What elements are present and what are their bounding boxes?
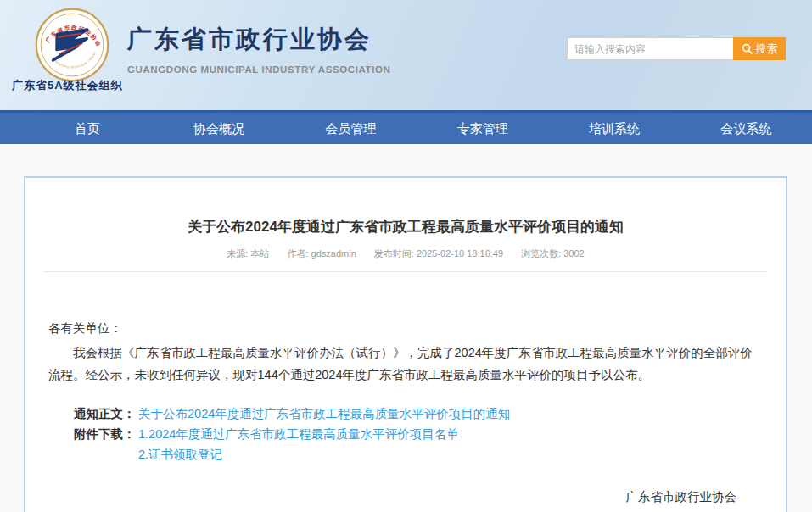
attachment-label: 附件下载： — [74, 424, 138, 444]
nav-item-member-management[interactable]: 会员管理 — [285, 113, 417, 144]
article-meta: 来源: 本站 作者: gdszadmin 发布时间: 2025-02-10 18… — [25, 248, 786, 260]
attachment-link-2[interactable]: 2.证书领取登记 — [138, 448, 222, 461]
links-block: 通知正文： 关于公布2024年度通过广东省市政工程最高质量水平评价项目的通知 附… — [74, 403, 763, 465]
site-header: 广东省市政行业协会 Guangdong Municipal Industry A… — [0, 0, 812, 110]
page-main: 关于公布2024年度通过广东省市政工程最高质量水平评价项目的通知 来源: 本站 … — [0, 144, 812, 512]
search-input[interactable] — [567, 37, 733, 60]
search-icon — [742, 43, 753, 54]
main-nav: 首页 协会概况 会员管理 专家管理 培训系统 会议系统 — [0, 113, 812, 144]
attachment-link-1[interactable]: 1.2024年度通过广东省市政工程最高质量水平评价项目名单 — [138, 424, 459, 444]
org-title: 广东省市政行业协会 — [127, 23, 390, 57]
notice-row: 通知正文： 关于公布2024年度通过广东省市政工程最高质量水平评价项目的通知 — [74, 403, 763, 424]
nav-item-conference-system[interactable]: 会议系统 — [680, 113, 812, 144]
nav-item-expert-management[interactable]: 专家管理 — [417, 113, 548, 144]
signature-block: 广东省市政行业协会 2025年2月8日 — [48, 489, 763, 512]
org-title-block: 广东省市政行业协会 GUANGDONG MUNICIPAL INDUSTRY A… — [127, 23, 390, 75]
article-body: 各有关单位： 我会根据《广东省市政工程最高质量水平评价办法（试行）》，完成了20… — [25, 320, 786, 512]
badge-caption: 广东省5A级社会组织 — [12, 78, 123, 93]
search-area: 搜索 — [567, 37, 786, 60]
search-button-label: 搜索 — [756, 42, 778, 57]
meta-author: 作者: gdszadmin — [287, 248, 356, 259]
nav-item-training-system[interactable]: 培训系统 — [548, 113, 680, 144]
salutation: 各有关单位： — [48, 320, 763, 337]
meta-divider — [43, 271, 768, 272]
attachment-row: 附件下载： 1.2024年度通过广东省市政工程最高质量水平评价项目名单 — [74, 424, 763, 444]
nav-item-association-overview[interactable]: 协会概况 — [153, 113, 284, 144]
search-button[interactable]: 搜索 — [733, 37, 786, 60]
signature-org: 广东省市政行业协会 — [626, 489, 737, 505]
nav-item-home[interactable]: 首页 — [21, 113, 153, 144]
article-title: 关于公布2024年度通过广东省市政工程最高质量水平评价项目的通知 — [25, 217, 786, 237]
association-logo-icon: 广东省市政行业协会 Guangdong Municipal Industry A… — [31, 7, 114, 83]
org-subtitle-en: GUANGDONG MUNICIPAL INDUSTRY ASSOCIATION — [127, 64, 390, 75]
attachment-sub-row: 2.证书领取登记 — [74, 444, 763, 465]
meta-publish-time: 发布时间: 2025-02-10 18:16:49 — [374, 248, 503, 259]
meta-source: 来源: 本站 — [227, 248, 269, 259]
body-paragraph: 我会根据《广东省市政工程最高质量水平评价办法（试行）》，完成了2024年度广东省… — [48, 342, 763, 386]
meta-views: 浏览次数: 3002 — [521, 248, 585, 259]
notice-label: 通知正文： — [74, 403, 138, 424]
article-card: 关于公布2024年度通过广东省市政工程最高质量水平评价项目的通知 来源: 本站 … — [24, 176, 787, 512]
notice-link[interactable]: 关于公布2024年度通过广东省市政工程最高质量水平评价项目的通知 — [138, 403, 510, 424]
